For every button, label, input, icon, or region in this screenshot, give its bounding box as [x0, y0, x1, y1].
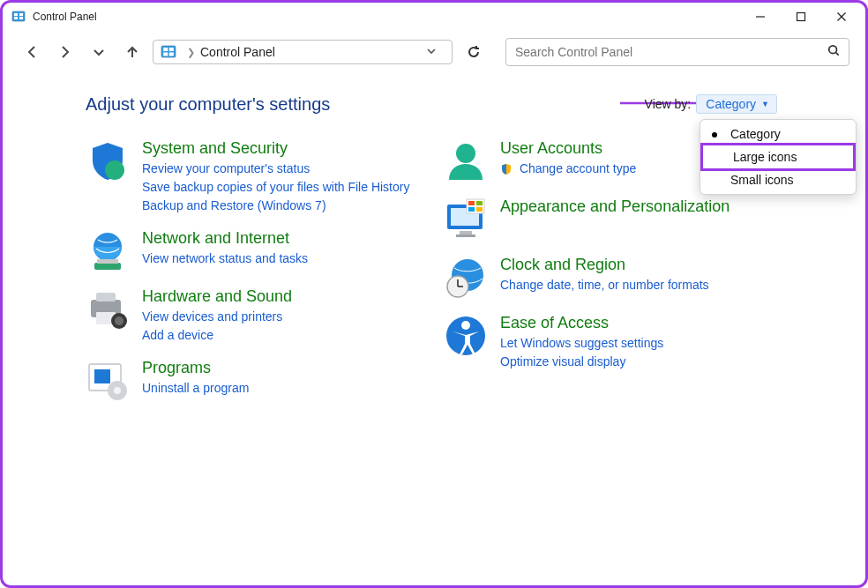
svg-rect-2: [19, 13, 23, 16]
category-ease-of-access: Ease of Access Let Windows suggest setti…: [444, 314, 770, 371]
svg-rect-3: [14, 17, 18, 19]
svg-point-47: [461, 321, 470, 330]
category-link[interactable]: Save backup copies of your files with Fi…: [142, 178, 409, 197]
programs-icon: [86, 359, 130, 403]
up-button[interactable]: [119, 39, 146, 65]
view-by-label: View by:: [645, 97, 692, 111]
svg-point-27: [115, 316, 123, 325]
link-text: Change account type: [520, 161, 636, 175]
control-panel-icon: [161, 44, 176, 60]
svg-rect-39: [476, 201, 483, 205]
category-appearance: Appearance and Personalization: [444, 197, 770, 242]
category-link[interactable]: View network status and tasks: [142, 249, 308, 268]
category-link[interactable]: Backup and Restore (Windows 7): [142, 197, 409, 215]
category-title[interactable]: Appearance and Personalization: [500, 197, 730, 216]
svg-rect-14: [169, 53, 174, 56]
svg-point-31: [114, 387, 121, 394]
category-link[interactable]: Review your computer's status: [142, 160, 409, 178]
svg-rect-0: [12, 11, 25, 21]
category-column-left: System and Security Review your computer…: [86, 139, 412, 403]
menu-item-label: Large icons: [733, 150, 797, 164]
bullet-icon: [712, 132, 717, 138]
category-title[interactable]: Programs: [142, 359, 249, 377]
back-button[interactable]: [19, 39, 45, 65]
category-title[interactable]: System and Security: [142, 139, 409, 158]
window: Control Panel ❯ Control Panel: [0, 0, 868, 588]
category-network: Network and Internet View network status…: [86, 229, 412, 273]
category-title[interactable]: Network and Internet: [142, 229, 308, 248]
view-by-menu: Category Large icons Small icons: [700, 119, 857, 195]
svg-point-15: [829, 46, 837, 54]
control-panel-icon: [11, 10, 26, 24]
svg-rect-22: [97, 259, 118, 264]
clock-globe-icon: [444, 256, 488, 300]
svg-line-16: [836, 53, 839, 56]
svg-rect-38: [468, 201, 475, 205]
titlebar: Control Panel: [3, 3, 865, 31]
refresh-button[interactable]: [460, 45, 488, 59]
address-bar[interactable]: ❯ Control Panel: [153, 40, 453, 64]
user-icon: [444, 139, 488, 183]
category-hardware: Hardware and Sound View devices and prin…: [86, 287, 412, 345]
view-by: View by: Category ▼: [645, 94, 777, 114]
category-title[interactable]: User Accounts: [500, 139, 636, 158]
toolbar: ❯ Control Panel: [3, 31, 865, 75]
category-link[interactable]: View devices and printers: [142, 308, 292, 326]
caret-down-icon: ▼: [761, 100, 769, 108]
breadcrumb[interactable]: Control Panel: [200, 45, 275, 59]
uac-shield-icon: [500, 163, 513, 175]
category-link[interactable]: Change account type: [500, 160, 636, 178]
printer-icon: [86, 287, 130, 331]
maximize-button[interactable]: [781, 3, 821, 31]
category-link[interactable]: Change date, time, or number formats: [500, 276, 709, 294]
menu-item-label: Small icons: [730, 173, 794, 187]
svg-rect-1: [14, 13, 18, 16]
menu-item-label: Category: [730, 127, 781, 141]
svg-rect-6: [797, 13, 805, 21]
svg-rect-36: [456, 234, 475, 237]
svg-point-32: [456, 144, 475, 163]
search-bar[interactable]: [505, 38, 849, 66]
svg-rect-24: [96, 293, 116, 301]
category-link[interactable]: Optimize visual display: [500, 353, 663, 371]
menu-item-small-icons[interactable]: Small icons: [700, 168, 856, 191]
svg-rect-4: [19, 17, 23, 19]
globe-icon: [86, 229, 130, 273]
content-area: Adjust your computer's settings View by:…: [3, 75, 865, 585]
view-by-dropdown[interactable]: Category ▼: [696, 94, 777, 114]
category-programs: Programs Uninstall a program: [86, 359, 412, 403]
category-clock-region: Clock and Region Change date, time, or n…: [444, 256, 770, 300]
svg-rect-29: [94, 369, 110, 383]
shield-icon: [86, 139, 130, 183]
svg-rect-12: [169, 48, 174, 51]
svg-rect-11: [163, 48, 168, 51]
svg-rect-35: [460, 231, 472, 234]
chevron-right-icon: ❯: [187, 47, 195, 58]
accessibility-icon: [444, 314, 488, 358]
window-title: Control Panel: [33, 11, 97, 23]
forward-button[interactable]: [52, 39, 79, 65]
category-title[interactable]: Clock and Region: [500, 256, 709, 274]
svg-point-19: [105, 160, 124, 180]
svg-rect-21: [94, 263, 121, 270]
minimize-button[interactable]: [740, 3, 781, 31]
view-by-value: Category: [706, 97, 756, 111]
svg-rect-13: [163, 53, 168, 56]
search-icon[interactable]: [827, 44, 840, 60]
category-title[interactable]: Hardware and Sound: [142, 287, 292, 306]
chevron-down-icon[interactable]: [418, 44, 445, 60]
category-system-security: System and Security Review your computer…: [86, 139, 412, 215]
category-title[interactable]: Ease of Access: [500, 314, 663, 332]
category-link[interactable]: Uninstall a program: [142, 379, 249, 398]
search-input[interactable]: [515, 45, 827, 59]
category-link[interactable]: Add a device: [142, 326, 292, 345]
recent-locations-button[interactable]: [86, 39, 112, 65]
close-button[interactable]: [821, 3, 862, 31]
svg-rect-41: [476, 207, 483, 212]
svg-rect-40: [468, 207, 475, 212]
menu-item-large-icons[interactable]: Large icons: [700, 143, 856, 171]
category-link[interactable]: Let Windows suggest settings: [500, 334, 663, 353]
monitor-icon: [444, 197, 488, 242]
